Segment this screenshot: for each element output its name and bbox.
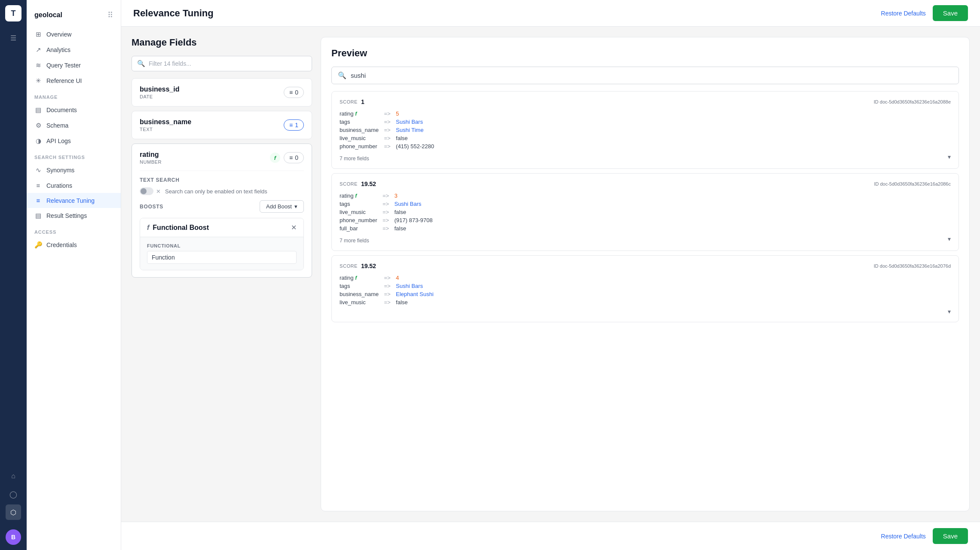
main-content: Relevance Tuning Restore Defaults Save M… (121, 0, 980, 550)
preview-search-icon: 🔍 (338, 71, 346, 79)
score-label-1: SCORE (340, 99, 358, 104)
rail-home-icon[interactable]: ⌂ (6, 468, 21, 484)
sidebar-item-curations[interactable]: ≡ Curations (27, 178, 121, 193)
page-title: Relevance Tuning (133, 8, 214, 19)
tune-button-rating[interactable]: ≡ 0 (284, 152, 304, 163)
tune-icon-business-name: ≡ (289, 122, 293, 128)
manage-fields-title: Manage Fields (132, 37, 312, 48)
expand-button-3[interactable]: ▾ (948, 308, 951, 315)
schema-icon: ⚙ (34, 122, 42, 129)
filter-fields-input[interactable] (149, 60, 306, 67)
result-fields-2: rating f => 3 tags => Sushi Bars live_mu… (340, 192, 951, 232)
score-value-1: 1 (361, 98, 364, 105)
field-name-business-id: business_id (140, 86, 179, 93)
expand-button-1[interactable]: ▾ (948, 153, 951, 160)
toggle-x-icon: ✕ (156, 188, 161, 195)
expand-button-2[interactable]: ▾ (948, 235, 951, 242)
business-name-val-3: Elephant Sushi (396, 291, 951, 297)
rail-menu-icon[interactable]: ☰ (6, 30, 21, 46)
sidebar-item-analytics[interactable]: ↗ Analytics (27, 42, 121, 58)
live-music-val-1: false (396, 135, 951, 141)
field-type-business-id: DATE (140, 94, 179, 99)
bottom-bar: Restore Defaults Save (121, 522, 980, 550)
user-avatar[interactable]: B (6, 529, 21, 545)
func-icon-rating-1: f (355, 111, 357, 117)
save-button[interactable]: Save (933, 5, 968, 21)
live-music-val-3: false (396, 299, 951, 306)
filter-search-icon: 🔍 (137, 60, 145, 67)
sidebar-item-reference-ui[interactable]: ✳ Reference UI (27, 73, 121, 89)
field-item-business-name: business_name TEXT ≡ 1 (132, 111, 312, 139)
more-fields-2: 7 more fields (340, 238, 369, 244)
synonyms-icon: ∿ (34, 166, 42, 174)
app-name: geolocal (34, 11, 62, 19)
add-boost-button[interactable]: Add Boost ▾ (260, 200, 304, 213)
text-search-label: TEXT SEARCH (140, 177, 304, 183)
field-item-rating: rating NUMBER f ≡ 0 (132, 144, 312, 278)
preview-search-input[interactable] (351, 72, 952, 79)
analytics-icon: ↗ (34, 46, 42, 54)
boosts-label: BOOSTS (140, 204, 163, 210)
text-search-disabled-msg: Search can only be enabled on text field… (165, 188, 267, 195)
result-card-2: SCORE 19.52 ID doc-5d0d3650fa36236e16a20… (331, 173, 959, 251)
text-search-toggle: ✕ (140, 187, 161, 195)
tune-button-business-id[interactable]: ≡ 0 (284, 87, 304, 98)
rail-chat-icon[interactable]: ◯ (6, 486, 21, 502)
business-name-val-1: Sushi Time (396, 127, 951, 133)
topbar-actions: Restore Defaults Save (881, 5, 968, 21)
results-list: SCORE 1 ID doc-5d0d3650fa36236e16a2088e … (331, 91, 959, 501)
sidebar-item-api-logs[interactable]: ◑ API Logs (27, 133, 121, 149)
sidebar-item-schema[interactable]: ⚙ Schema (27, 118, 121, 133)
documents-icon: ▤ (34, 106, 42, 114)
preview-title: Preview (331, 48, 959, 59)
sidebar-item-documents[interactable]: ▤ Documents (27, 102, 121, 118)
sidebar-item-credentials[interactable]: 🔑 Credentials (27, 237, 121, 253)
phone-val-2: (917) 873-9708 (394, 217, 951, 223)
tune-button-business-name[interactable]: ≡ 1 (284, 119, 304, 131)
score-value-2: 19.52 (361, 180, 376, 187)
app-logo[interactable]: T (5, 5, 21, 21)
icon-rail: T ☰ ⌂ ◯ ⬡ B (0, 0, 27, 550)
filter-fields-container: 🔍 (132, 56, 312, 71)
credentials-icon: 🔑 (34, 241, 42, 249)
result-fields-1: rating f => 5 tags => Sushi Bars busines… (340, 110, 951, 150)
field-name-business-name: business_name (140, 118, 191, 126)
doc-id-3: ID doc-5d0d3650fa36236e16a2076d (874, 263, 951, 269)
rating-val-1: 5 (396, 110, 951, 117)
grid-icon[interactable]: ⠿ (107, 10, 113, 20)
add-boost-chevron-icon: ▾ (294, 203, 297, 210)
boost-card-close-button[interactable]: ✕ (291, 223, 297, 232)
full-bar-val-2: false (394, 225, 951, 232)
field-type-business-name: TEXT (140, 127, 191, 132)
fields-list: business_id DATE ≡ 0 (132, 78, 312, 511)
restore-defaults-button[interactable]: Restore Defaults (881, 10, 926, 17)
result-card-3: SCORE 19.52 ID doc-5d0d3650fa36236e16a20… (331, 255, 959, 322)
sidebar-item-synonyms[interactable]: ∿ Synonyms (27, 162, 121, 178)
sidebar-item-result-settings[interactable]: ▤ Result Settings (27, 208, 121, 223)
sidebar-item-relevance-tuning[interactable]: ≡ Relevance Tuning (27, 193, 121, 208)
body-split: Manage Fields 🔍 business_id DATE (121, 27, 980, 522)
query-tester-icon: ≋ (34, 61, 42, 69)
field-type-rating: NUMBER (140, 159, 162, 165)
nav-sidebar: geolocal ⠿ ⊞ Overview ↗ Analytics ≋ Quer… (27, 0, 121, 550)
score-label-2: SCORE (340, 181, 358, 186)
more-fields-1: 7 more fields (340, 156, 369, 162)
overview-icon: ⊞ (34, 31, 42, 38)
api-logs-icon: ◑ (34, 137, 42, 145)
sidebar-item-query-tester[interactable]: ≋ Query Tester (27, 58, 121, 73)
func-icon-rating-3: f (355, 275, 357, 281)
preview-panel: Preview 🔍 SCORE 1 ID doc-5d0d3650fa36236… (321, 37, 970, 511)
tune-icon-business-id: ≡ (289, 89, 293, 96)
tags-val-1: Sushi Bars (396, 119, 951, 125)
restore-defaults-bottom-button[interactable]: Restore Defaults (881, 533, 926, 540)
func-badge-rating: f (270, 153, 280, 163)
save-bottom-button[interactable]: Save (933, 528, 968, 544)
tune-icon-rating: ≡ (289, 154, 293, 161)
phone-val-1: (415) 552-2280 (396, 143, 951, 150)
sidebar-item-overview[interactable]: ⊞ Overview (27, 27, 121, 42)
rail-lock-icon[interactable]: ⬡ (6, 504, 21, 520)
field-expanded-rating: TEXT SEARCH ✕ Search can only be enabled… (140, 171, 304, 270)
boost-functional-label: FUNCTIONAL (147, 243, 297, 248)
add-boost-label: Add Boost (266, 203, 292, 210)
func-icon-rating-2: f (355, 193, 357, 199)
